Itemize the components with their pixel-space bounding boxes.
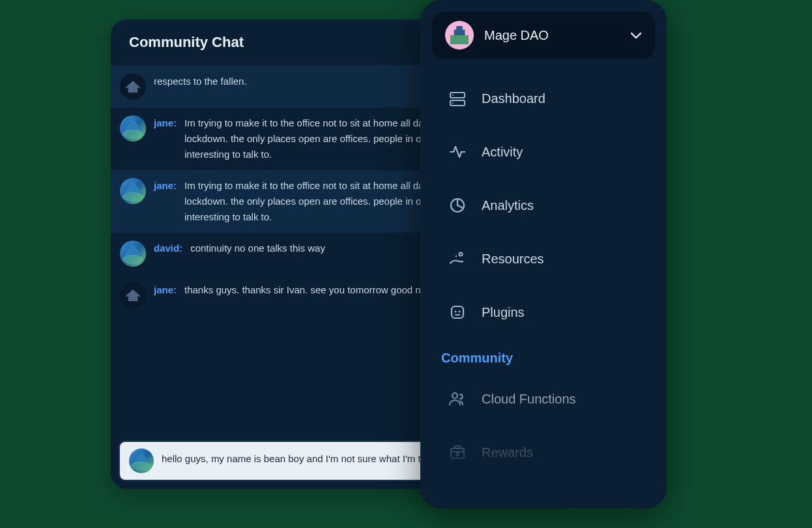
nav: Dashboard Activity Analytics Resources P (432, 59, 655, 492)
org-selector[interactable]: Mage DAO (432, 12, 655, 59)
svg-point-5 (459, 253, 463, 256)
nav-item-analytics[interactable]: Analytics (439, 179, 648, 232)
message-text: continuity no one talks this way (190, 241, 325, 256)
nav-item-plugins[interactable]: Plugins (439, 286, 648, 339)
nav-label: Analytics (482, 198, 534, 213)
nav-item-activity[interactable]: Activity (439, 125, 648, 179)
nav-label: Activity (482, 145, 523, 160)
chevron-down-icon (630, 32, 642, 39)
self-avatar (129, 448, 154, 473)
org-name: Mage DAO (484, 28, 620, 43)
rewards-icon (448, 443, 467, 462)
activity-icon (448, 142, 467, 162)
svg-point-2 (452, 95, 454, 96)
svg-point-10 (452, 393, 457, 398)
nav-item-rewards[interactable]: Rewards (439, 426, 648, 479)
svg-point-9 (459, 311, 461, 313)
nav-label: Cloud Functions (482, 392, 576, 407)
nav-item-cloud-functions[interactable]: Cloud Functions (439, 372, 648, 426)
svg-point-12 (456, 453, 459, 456)
resources-icon (448, 249, 467, 269)
nav-label: Resources (482, 252, 544, 267)
username[interactable]: jane: (154, 178, 177, 225)
plugins-icon (448, 302, 467, 322)
username[interactable]: david: (154, 241, 182, 256)
nav-item-resources[interactable]: Resources (439, 232, 648, 286)
user-avatar[interactable] (120, 74, 146, 100)
nav-item-dashboard[interactable]: Dashboard (439, 72, 648, 125)
dashboard-icon (448, 89, 467, 108)
nav-label: Plugins (482, 305, 525, 320)
svg-point-3 (452, 102, 454, 104)
username[interactable]: jane: (154, 115, 177, 162)
section-label-community: Community (439, 339, 648, 372)
user-avatar[interactable] (120, 115, 146, 141)
user-avatar[interactable] (120, 282, 146, 308)
nav-label: Rewards (482, 445, 533, 460)
username[interactable]: jane: (154, 282, 177, 298)
user-avatar[interactable] (120, 178, 146, 204)
analytics-icon (448, 196, 467, 215)
org-avatar (445, 21, 474, 50)
svg-rect-7 (452, 306, 463, 318)
svg-point-8 (455, 311, 457, 313)
sidebar: Mage DAO Dashboard Activity Analytics (420, 0, 667, 508)
user-avatar[interactable] (120, 241, 146, 267)
users-icon (448, 389, 467, 409)
svg-point-6 (456, 256, 457, 257)
nav-label: Dashboard (482, 91, 545, 106)
